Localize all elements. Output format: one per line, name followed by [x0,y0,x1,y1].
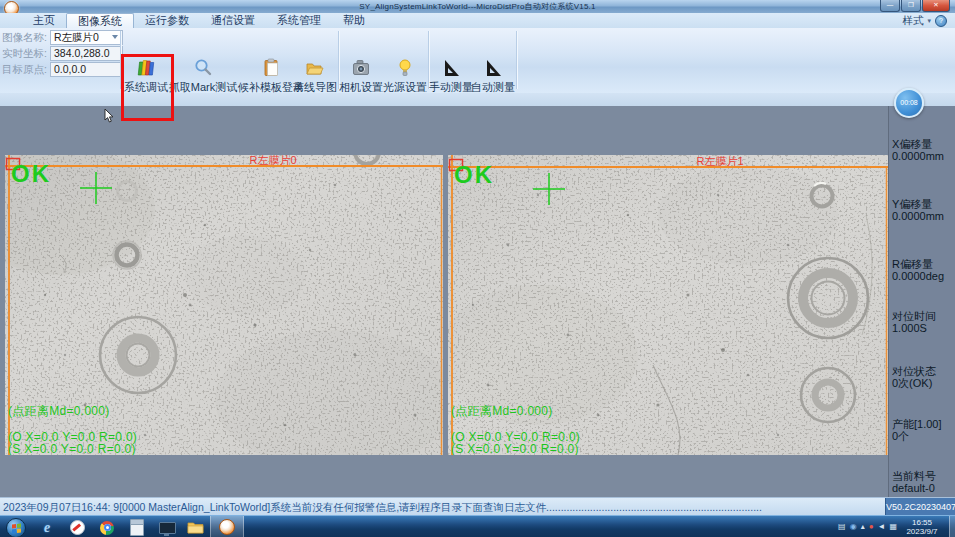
viewport-label: R左膜片0 [249,155,296,166]
tray-network-icon[interactable]: ▦ [889,519,897,535]
stat-value: default-0 [892,482,954,494]
stat-value: 0.0000mm [892,150,954,162]
overlay-offset-s: (S X=0.0 Y=0.0 R=0.0) [451,442,579,455]
stat-label: X偏移量 [892,138,954,150]
stat-capacity: 产能[1.00] 0个 [892,418,954,442]
tab-system-management[interactable]: 系统管理 [266,13,332,28]
app-logo-icon [219,519,235,535]
bulb-icon [395,58,415,78]
stat-label: 对位状态 [892,365,954,377]
timer-badge: 00:08 [894,88,924,118]
title-bar: SY_AlignSystemLinkToWorld---MicroDistPro… [0,0,955,14]
status-ok-text: OK [11,160,51,187]
close-button[interactable]: ✕ [922,0,950,12]
tab-help[interactable]: 帮助 [332,13,376,28]
media-app-icon[interactable] [66,519,88,536]
stat-r-offset: R偏移量 0.0000deg [892,258,954,282]
group-divider [516,31,517,89]
tray-icon-3[interactable]: ● [869,519,874,535]
window-title: SY_AlignSystemLinkToWorld---MicroDistPro… [0,1,955,12]
clipboard-icon [261,58,281,78]
maximize-button[interactable]: ❐ [901,0,921,12]
annotation-highlight-box [121,54,174,121]
tab-communication-settings[interactable]: 通信设置 [200,13,266,28]
calculator-icon[interactable] [126,519,148,536]
camera-image-left: OK R左膜片0 (点距离Md=0.000) (O X=0.0 Y=0.0 R=… [5,155,443,455]
menu-right: 样式 ▾ ? [902,13,947,28]
overlay-distance: (点距离Md=0.000) [8,404,110,418]
stat-value: 0个 [892,430,954,442]
camera-viewport-right[interactable]: OK R左膜片1 (点距离Md=0.000) (O X=0.0 Y=0.0 R=… [448,155,888,455]
tray-volume-icon[interactable]: ◄ [878,519,886,535]
ribbon: 图像名称: R左膜片0 实时坐标: 384.0,288.0 目标原点: 0.0,… [0,28,955,94]
chrome-icon[interactable] [96,519,118,536]
stat-align-status: 对位状态 0次(OK) [892,365,954,389]
auto-measure-button[interactable]: 自动测量 [472,58,514,95]
window-controls: — ❐ ✕ [879,0,950,12]
tray-expand-icon[interactable]: ▴ [861,519,865,535]
manual-measure-button[interactable]: 手动测量 [430,58,472,95]
computer-icon[interactable] [156,519,178,536]
chevron-down-icon: ▾ [927,17,931,25]
clock-time: 16:55 [899,518,945,527]
tab-home[interactable]: 主页 [22,13,66,28]
minimize-button[interactable]: — [880,0,900,12]
clock-date: 2023/9/7 [899,527,945,536]
stat-label: R偏移量 [892,258,954,270]
main-work-area: OK R左膜片0 (点距离Md=0.000) (O X=0.0 Y=0.0 R=… [0,106,955,497]
tray-icon-1[interactable]: ▤ [838,519,846,535]
style-menu[interactable]: 样式 [902,14,923,28]
tab-image-system[interactable]: 图像系统 [66,13,134,28]
stat-value: 1.000S [892,322,954,334]
stat-y-offset: Y偏移量 0.0000mm [892,198,954,222]
file-explorer-icon[interactable] [184,519,206,536]
stat-label: 当前料号 [892,470,954,482]
taskbar-clock[interactable]: 16:55 2023/9/7 [899,518,945,536]
system-tray: ▤ ◉ ▴ ● ◄ ▦ [838,519,897,535]
stat-value: 0次(OK) [892,377,954,389]
menu-bar: 主页 图像系统 运行参数 通信设置 系统管理 帮助 样式 ▾ ? [0,13,955,29]
realtime-coord-label: 实时坐标: [2,47,48,61]
grab-mark-test-button[interactable]: 抓取Mark测试 [170,58,236,95]
stat-align-time: 对位时间 1.000S [892,310,954,334]
target-origin-label: 目标原点: [2,63,48,77]
taskbar: e ▤ ◉ ▴ ● ◄ ▦ [0,515,955,537]
tab-run-parameters[interactable]: 运行参数 [134,13,200,28]
camera-settings-button[interactable]: 相机设置 [340,58,382,95]
light-settings-button[interactable]: 光源设置 [384,58,426,95]
stat-current-part: 当前料号 default-0 [892,470,954,494]
stat-label: 产能[1.00] [892,418,954,430]
tray-icon-2[interactable]: ◉ [850,519,857,535]
windows-flag-icon [12,523,21,533]
folder-open-icon [305,58,325,78]
show-desktop-button[interactable] [949,516,955,537]
camera-viewport-left[interactable]: OK R左膜片0 (点距离Md=0.000) (O X=0.0 Y=0.0 R=… [5,155,443,455]
status-message: 2023年09月07日16:44: 9[0000 MasterAlign_Lin… [3,501,762,515]
target-origin-field[interactable]: 0.0,0.0 [50,62,123,77]
image-name-label: 图像名称: [2,31,48,45]
version-label: V50.2C20230407N [885,498,955,516]
camera-image-right: OK R左膜片1 (点距离Md=0.000) (O X=0.0 Y=0.0 R=… [448,155,888,455]
realtime-coord-field[interactable]: 384.0,288.0 [50,46,123,61]
offline-map-button[interactable]: 离线导图 [294,58,336,95]
stat-value: 0.0000deg [892,270,954,282]
stat-label: Y偏移量 [892,198,954,210]
help-icon[interactable]: ? [935,15,947,27]
set-square-icon [483,58,503,78]
set-square-icon [441,58,461,78]
overlay-offset-s: (S X=0.0 Y=0.0 R=0.0) [8,442,136,455]
ribbon-tabs: 主页 图像系统 运行参数 通信设置 系统管理 帮助 [22,13,376,28]
application-window: SY_AlignSystemLinkToWorld---MicroDistPro… [0,0,955,537]
combo-caret-icon[interactable] [112,35,118,39]
internet-explorer-icon[interactable]: e [36,519,58,536]
stat-x-offset: X偏移量 0.0000mm [892,138,954,162]
active-app-taskbar-button[interactable] [210,516,244,537]
start-button[interactable] [6,518,26,537]
stat-label: 对位时间 [892,310,954,322]
mouse-cursor-icon [104,109,114,123]
magnifier-icon [193,58,213,78]
camera-icon [351,58,371,78]
status-bar: 2023年09月07日16:44: 9[0000 MasterAlign_Lin… [0,497,955,516]
status-ok-text: OK [454,161,494,188]
viewport-label: R左膜片1 [696,155,743,167]
